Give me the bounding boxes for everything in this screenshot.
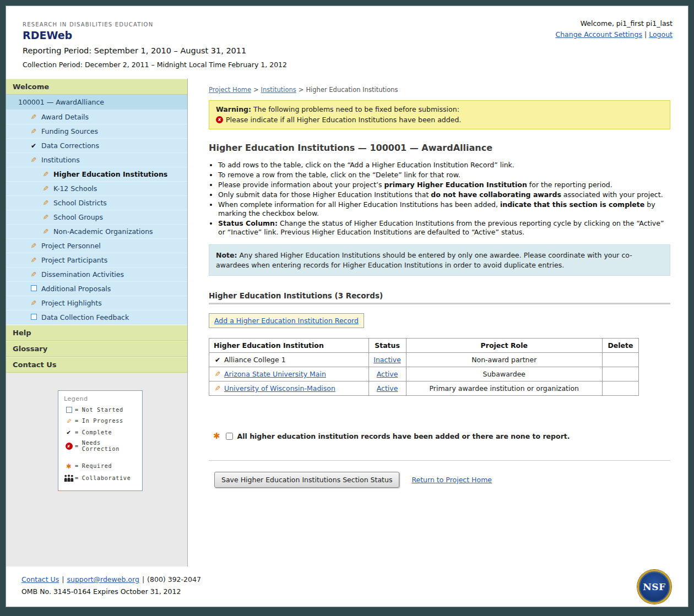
main-content: Project Home>Institutions>Higher Educati… bbox=[188, 79, 688, 566]
status-toggle-link[interactable]: Inactive bbox=[373, 356, 401, 364]
sidebar-item-higher-education-institutions[interactable]: ✎ Higher Education Institutions bbox=[6, 167, 187, 182]
nsf-logo-text: NSF bbox=[643, 581, 665, 592]
sidebar-item-additional-proposals[interactable]: Additional Proposals bbox=[6, 282, 187, 296]
project-role-cell: Non-award partner bbox=[406, 353, 602, 367]
legend-separator: = bbox=[75, 475, 79, 481]
delete-cell bbox=[602, 353, 638, 367]
header-account-area: Welcome, pi1_first pi1_last Change Accou… bbox=[555, 19, 673, 39]
check-icon: ✔ bbox=[214, 357, 221, 363]
return-project-home-link[interactable]: Return to Project Home bbox=[411, 476, 492, 484]
column-header-project-role: Project Role bbox=[406, 339, 602, 353]
sidebar-item-k12-schools[interactable]: ✎ K-12 Schools bbox=[6, 182, 187, 196]
pencil-icon: ✎ bbox=[29, 128, 38, 135]
sidebar-item-data-collection-feedback[interactable]: Data Collection Feedback bbox=[6, 310, 187, 325]
sidebar: Welcome 100001 — AwardAlliance ✎ Award D… bbox=[6, 79, 188, 566]
breadcrumb-project-home[interactable]: Project Home bbox=[209, 86, 251, 94]
section-complete-checkbox[interactable] bbox=[226, 433, 233, 440]
institutions-table: Higher Education Institution Status Proj… bbox=[209, 338, 639, 396]
section-complete-row: ✱ All higher education institution recor… bbox=[209, 432, 670, 440]
bullet-text: To remove a row from the table, click on… bbox=[218, 171, 460, 179]
bullet-text: for the reporting period. bbox=[527, 181, 612, 189]
table-row: ✎Arizona State University Main Active Su… bbox=[209, 367, 639, 381]
logout-link[interactable]: Logout bbox=[649, 30, 673, 39]
check-icon: ✔ bbox=[29, 143, 38, 149]
breadcrumb-current: Higher Education Institutions bbox=[306, 86, 398, 94]
legend-row-required: ✱ = Required bbox=[64, 462, 137, 470]
page-title: Higher Education Institutions — 100001 —… bbox=[209, 143, 670, 153]
collaborative-people-icon bbox=[64, 475, 74, 482]
warning-label: Warning: bbox=[216, 105, 251, 113]
sidebar-item-non-academic-organizations[interactable]: ✎ Non-Academic Organizations bbox=[6, 225, 187, 239]
page: RESEARCH IN DISABILITIES EDUCATION RDEWe… bbox=[6, 6, 688, 607]
needs-correction-icon: ✘ bbox=[216, 116, 223, 123]
save-section-status-button[interactable]: Save Higher Education Institutions Secti… bbox=[214, 472, 399, 488]
breadcrumb-separator: > bbox=[299, 86, 304, 94]
bullet-bold: indicate that this section is complete bbox=[500, 200, 644, 209]
sidebar-item-project-highlights[interactable]: ✎ Project Highlights bbox=[6, 296, 187, 310]
actions-divider bbox=[209, 460, 670, 461]
legend-title: Legend bbox=[64, 395, 137, 402]
required-asterisk-icon: ✱ bbox=[64, 462, 74, 470]
warning-heading: Warning: The following problems need to … bbox=[216, 105, 663, 113]
sidebar-award[interactable]: 100001 — AwardAlliance bbox=[6, 95, 187, 110]
legend-label: In Progress bbox=[82, 418, 123, 424]
warning-box: Warning: The following problems need to … bbox=[209, 100, 670, 129]
institution-name-link[interactable]: University of Wisconsin-Madison bbox=[224, 384, 335, 393]
pencil-icon: ✎ bbox=[41, 185, 50, 192]
pencil-icon: ✎ bbox=[29, 299, 38, 307]
institution-name-link[interactable]: Arizona State University Main bbox=[224, 370, 326, 378]
sidebar-item-label: Funding Sources bbox=[41, 127, 98, 135]
sidebar-item-project-participants[interactable]: ✎ Project Participants bbox=[6, 253, 187, 268]
sidebar-item-project-personnel[interactable]: ✎ Project Personnel bbox=[6, 239, 187, 253]
column-header-institution: Higher Education Institution bbox=[209, 339, 369, 353]
sidebar-item-label: Project Personnel bbox=[41, 242, 101, 250]
sidebar-item-label: K-12 Schools bbox=[53, 184, 97, 193]
warning-item-row: ✘ Please indicate if all Higher Educatio… bbox=[216, 116, 663, 124]
pencil-icon: ✎ bbox=[29, 242, 38, 249]
sidebar-item-data-corrections[interactable]: ✔ Data Corrections bbox=[6, 139, 187, 153]
change-account-settings-link[interactable]: Change Account Settings bbox=[555, 30, 642, 39]
separator: | bbox=[644, 30, 647, 39]
sidebar-item-label: School Districts bbox=[53, 199, 107, 207]
institution-name: Alliance College 1 bbox=[224, 356, 286, 364]
sidebar-item-award-details[interactable]: ✎ Award Details bbox=[6, 110, 187, 124]
sidebar-item-welcome[interactable]: Welcome bbox=[6, 79, 187, 95]
sidebar-item-help[interactable]: Help bbox=[6, 325, 187, 341]
collection-period: Collection Period: December 2, 2011 – Mi… bbox=[23, 61, 674, 69]
legend-row-needs-correction: ✘ = Needs Correction bbox=[64, 440, 137, 452]
institution-cell: ✎Arizona State University Main bbox=[209, 367, 369, 381]
table-row: ✎University of Wisconsin-Madison Active … bbox=[209, 381, 639, 396]
project-role-cell: Subawardee bbox=[406, 367, 602, 381]
sidebar-item-label: Non-Academic Organizations bbox=[53, 227, 153, 236]
footer-contact-line: Contact Us|support@rdeweb.org|(800) 392-… bbox=[21, 575, 673, 584]
sidebar-item-label: Data Collection Feedback bbox=[41, 313, 129, 321]
sidebar-item-contact-us[interactable]: Contact Us bbox=[6, 357, 187, 373]
instruction-item: To remove a row from the table, click on… bbox=[218, 171, 670, 179]
sidebar-item-school-groups[interactable]: ✎ School Groups bbox=[6, 210, 187, 225]
sidebar-item-funding-sources[interactable]: ✎ Funding Sources bbox=[6, 124, 187, 139]
nsf-logo: NSF bbox=[637, 570, 671, 604]
section-complete-label: All higher education institution records… bbox=[237, 432, 570, 440]
status-toggle-link[interactable]: Active bbox=[377, 384, 398, 393]
footer-contact-link[interactable]: Contact Us bbox=[21, 575, 59, 584]
pencil-icon: ✎ bbox=[41, 214, 50, 221]
pencil-icon: ✎ bbox=[29, 257, 38, 264]
sidebar-item-school-districts[interactable]: ✎ School Districts bbox=[6, 196, 187, 210]
sidebar-item-dissemination-activities[interactable]: ✎ Dissemination Activities bbox=[6, 268, 187, 282]
instruction-item: When complete information for all Higher… bbox=[218, 200, 670, 218]
status-toggle-link[interactable]: Active bbox=[377, 370, 398, 378]
breadcrumb-institutions[interactable]: Institutions bbox=[261, 86, 296, 94]
column-header-delete: Delete bbox=[602, 339, 638, 353]
add-record-link[interactable]: Add a Higher Education Institution Recor… bbox=[209, 313, 364, 328]
bullet-text: Change the status of Higher Education In… bbox=[218, 219, 664, 236]
footer-email-link[interactable]: support@rdeweb.org bbox=[67, 575, 139, 584]
sidebar-item-label: Institutions bbox=[41, 156, 80, 164]
legend-label: Complete bbox=[82, 429, 112, 435]
sidebar-item-institutions[interactable]: ✎ Institutions bbox=[6, 153, 187, 167]
not-started-checkbox-icon bbox=[29, 285, 38, 293]
project-role-cell: Primary awardee institution or organizat… bbox=[406, 381, 602, 396]
sidebar-item-glossary[interactable]: Glossary bbox=[6, 341, 187, 357]
legend-separator: = bbox=[75, 463, 79, 469]
delete-cell bbox=[602, 367, 638, 381]
sidebar-item-label: Data Corrections bbox=[41, 141, 99, 150]
